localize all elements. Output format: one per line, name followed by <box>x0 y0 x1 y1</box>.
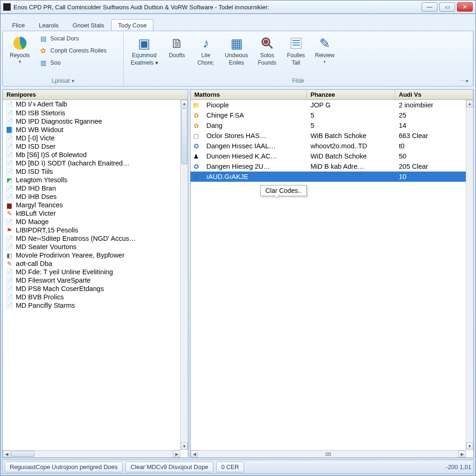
scroll-left-icon[interactable]: ◀ <box>191 450 198 457</box>
cell-phanzee: 5 <box>307 110 395 120</box>
tree-item[interactable]: 📄MD [BD I) SODT (Iacharch Enaitred… <box>3 159 180 167</box>
tree-item[interactable]: 📄Mb [S6] I)S of Bolewtod <box>3 151 180 159</box>
cell-audi-vs: 663 Clear <box>395 131 466 141</box>
tree-item[interactable]: 📄MD ISD Dser <box>3 142 180 151</box>
tree-item[interactable]: 📄MD ISB Stietoris <box>3 109 180 117</box>
tree-item-label: MD [BD I) SODT (Iacharch Enaitred… <box>16 159 130 167</box>
vscrollbar-right[interactable]: ▲ ▼ <box>466 100 473 450</box>
tree-item[interactable]: ▆Margyl Teances <box>3 201 180 209</box>
scroll-up-icon[interactable]: ▲ <box>466 100 473 107</box>
status-btn-2[interactable]: Clear MDCv9 Disıojout Dope <box>126 462 213 472</box>
reiview-button[interactable]: ✎Reiview▾ <box>311 33 339 66</box>
doofts-button[interactable]: 🗎Doofts <box>163 33 191 62</box>
scroll-down-icon[interactable]: ▼ <box>181 443 188 450</box>
hscrollbar-left[interactable]: ◀ ▶ <box>3 450 180 457</box>
tree-item[interactable]: 📄MD Fde: T yeil Unline Evelitining <box>3 268 180 276</box>
tree-item[interactable]: 📄MD Seater Vourtons <box>3 243 180 251</box>
tree-item-label: MD ISD Tiils <box>16 168 53 175</box>
status-btn-3[interactable]: 0 CER <box>216 462 244 472</box>
tree-item[interactable]: 📄MD Pancifly Starms <box>3 301 180 310</box>
scroll-right-icon[interactable]: ▶ <box>173 450 180 457</box>
tree-item-label: MD Fde: T yeil Unline Evelitining <box>16 268 113 276</box>
list-row[interactable]: ✪Dangen Hıssec IAAL…whoovt2o.mod..TDt0 <box>191 141 466 151</box>
scroll-right-icon[interactable]: ▶ <box>458 450 466 457</box>
minimize-button[interactable]: — <box>422 2 437 12</box>
list-row[interactable]: ✿Dang514 <box>191 120 466 131</box>
tree-item-label: MD Pancifly Starms <box>16 302 75 309</box>
tree-item[interactable]: 📄MD IHD Bran <box>3 184 180 192</box>
maximize-button[interactable]: ▭ <box>439 2 455 12</box>
hscroll-thumb[interactable] <box>11 451 34 457</box>
cell-audi-vs: 2 inoimbiier <box>395 100 466 110</box>
tree-item[interactable]: 📄MD PS8 Mach CoserEtdangs <box>3 284 180 293</box>
item-icon: ▆ <box>6 201 13 209</box>
tree-item[interactable]: ✎aơt-call Dba <box>3 259 180 268</box>
tree-item-label: MD PS8 Mach CoserEtdangs <box>16 285 104 292</box>
cell-phanzee: 5 <box>307 120 395 131</box>
tree-item[interactable]: 📘MD WB Wiidout <box>3 126 180 134</box>
list-row[interactable]: ♟Dunoen Hiesed K.AC…WiD Batch Schoke50 <box>191 151 466 161</box>
tree-item[interactable]: 📄MD ISD Tiils <box>3 167 180 176</box>
ribbon-expand-icon[interactable]: ⋯▾ <box>461 78 469 84</box>
socal-dors-button[interactable]: ▤Socal Dors <box>36 33 110 44</box>
row-icon: ✿ <box>192 122 200 129</box>
tree-item[interactable]: ◧Movole Prodirivon Yearee, Bypfower <box>3 251 180 259</box>
tree-item-label: MD ISB Stietoris <box>16 109 65 117</box>
item-icon: 📘 <box>6 126 13 133</box>
tree-item[interactable]: ✎ktBLuft Victer <box>3 209 180 218</box>
col-phanzee[interactable]: Phanzee <box>307 90 395 99</box>
hscroll-page: 00 <box>325 450 331 457</box>
scroll-down-icon[interactable]: ▼ <box>466 443 473 450</box>
tree-view[interactable]: 📄MD I/ঌ Adert Talb📄MD ISB Stietoris📄MD I… <box>3 100 188 457</box>
ribbon-group1-caption[interactable]: Lpnisat ▾ <box>6 77 120 85</box>
list-row[interactable]: ✪Dangen Hieseg 2U…MiD B kab Adre…205 Cle… <box>191 161 466 172</box>
list-row[interactable]: ✿Chinge F.SA525 <box>191 110 466 120</box>
status-right-value: -200 1,01 <box>446 463 471 470</box>
tree-item[interactable]: 📄MD BVB Prolics <box>3 293 180 301</box>
tab-tody-cose[interactable]: Tody Cose <box>111 19 153 31</box>
vscrollbar[interactable]: ▲ ▼ <box>180 100 188 450</box>
tree-item[interactable]: 📄MD Fileswort VareSparte <box>3 276 180 284</box>
cell-phanzee: WiD Batch Schoke <box>307 151 395 161</box>
close-button[interactable]: ✕ <box>457 2 473 12</box>
undwous-button[interactable]: ▦UndwousEniles <box>221 33 252 68</box>
item-icon: 📄 <box>6 243 13 251</box>
tree-item[interactable]: 📄MD I/ঌ Adert Talb <box>3 100 180 109</box>
cell-mattorns: Dunoen Hiesed K.AC… <box>203 151 307 161</box>
tree-item[interactable]: 📄MD Maoge <box>3 218 180 226</box>
scroll-up-icon[interactable]: ▲ <box>181 100 188 107</box>
tab-strip: Flice Learols Gnoet Stals Tody Cose <box>2 16 474 31</box>
dropdown-icon: ▼ <box>18 60 22 64</box>
col-mattorns[interactable]: Mattorns <box>191 90 307 99</box>
socal-dors-label: Socal Dors <box>50 35 79 42</box>
solos-button[interactable]: SolosFounds <box>253 33 281 68</box>
tree-item[interactable]: 📄MD IHB Dses <box>3 192 180 201</box>
tab-learols[interactable]: Learols <box>32 19 66 31</box>
tree-item[interactable]: ⚑LIBIPDRT,15 Pesolis <box>3 226 180 234</box>
tree-item[interactable]: 📄MD IPD Diagnostic Rgannee <box>3 117 180 126</box>
list-body[interactable]: 📁PioopleJOP G2 inoimbiier✿Chinge F.SA525… <box>191 100 473 457</box>
tree-item[interactable]: 📄MD [-0] Victe <box>3 134 180 142</box>
vscroll-thumb[interactable] <box>181 108 187 164</box>
list-row[interactable]: 📁PioopleJOP G2 inoimbiier <box>191 100 466 110</box>
hscrollbar-right[interactable]: ◀ 00 ▶ <box>191 450 466 457</box>
soo-button[interactable]: ▥Soo <box>36 57 110 68</box>
lite-chore-button[interactable]: ♪LiteChore; <box>192 33 220 68</box>
document-stack-icon: 🗎 <box>169 35 185 51</box>
reyools-button[interactable]: Reyools ▼ <box>6 33 34 66</box>
col-audi-vs[interactable]: Audi Vs <box>395 90 473 99</box>
window-gear-icon: ▣ <box>136 35 152 51</box>
tab-gnoet-stals[interactable]: Gnoet Stals <box>66 19 111 31</box>
tree-item[interactable]: 📄MD Ne›‹Sditep Enatross (NGD' Accus… <box>3 234 180 243</box>
pie-chart-icon <box>12 35 28 51</box>
tab-flice[interactable]: Flice <box>5 19 32 31</box>
list-row[interactable]: ▢Oclor Stores HAS…WiB Batch Schoke663 Cl… <box>191 131 466 141</box>
list-row[interactable]: ▤ıAUD.GıAKJE10 <box>191 172 466 182</box>
status-btn-1[interactable]: ReguoastCope Uutrojoon perigred Does <box>5 462 123 472</box>
eqnmod-button[interactable]: ▣EqưnmodExatmels ▾ <box>126 33 162 68</box>
conplt-corests-button[interactable]: ✿Conplt Corests Roiles <box>36 45 110 56</box>
scroll-left-icon[interactable]: ◀ <box>3 450 10 457</box>
reiview-label1: Reiview <box>315 52 335 59</box>
tree-item[interactable]: ◩Leagtom Ytesolls <box>3 176 180 184</box>
foulles-button[interactable]: FoullesTall <box>282 33 310 68</box>
